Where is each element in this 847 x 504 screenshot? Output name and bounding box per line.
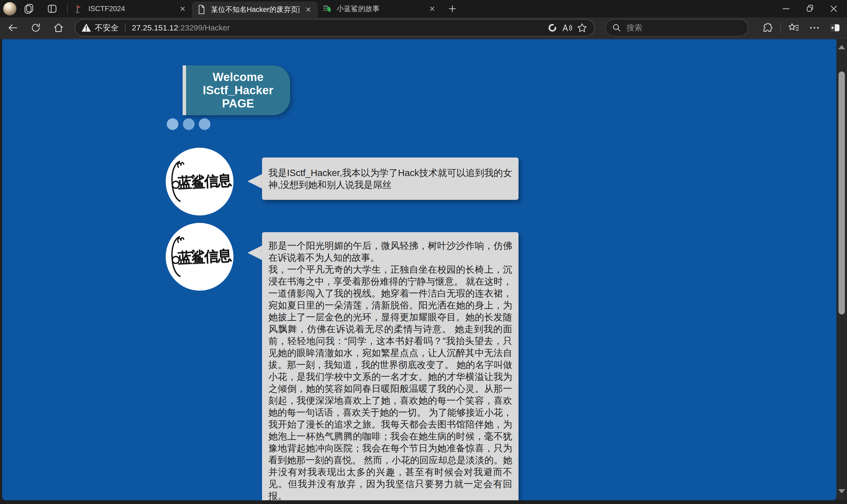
story-paragraph: 我，一个平凡无奇的大学生，正独自坐在校园的长椅上，沉浸在书海之中，享受着那份难得… [268,264,512,500]
close-icon [179,5,186,12]
url-host: 27.25.151.12 [132,23,178,32]
tabstrip-divider [67,4,68,13]
tab-close-button[interactable] [428,4,437,13]
minimize-icon [781,4,791,14]
banner-line: PAGE [222,97,254,110]
search-box[interactable]: 搜索 [605,19,748,37]
sidebar-toggle-icon [829,22,841,34]
decorative-dot [199,118,211,130]
scrollbar-thumb[interactable] [839,71,845,314]
reload-button[interactable] [28,20,43,35]
tab-close-button[interactable] [178,4,187,13]
avatar-logo-text: 蓝鲨信息 [177,170,231,193]
browser-toolbar: 不安全 27.25.151.12 :23299/Hacker 搜索 [0,17,847,39]
workspaces-icon [23,3,34,14]
home-button[interactable] [51,20,66,35]
scroll-up-arrow[interactable] [838,45,845,49]
security-label: 不安全 [95,22,119,33]
toolbar-divider [780,22,781,33]
tab-actions-button[interactable] [44,1,60,16]
tab-label: ISCTF2024 [88,5,174,13]
tab-isctf2024[interactable]: ISCTF2024 [69,0,192,17]
settings-menu-button[interactable] [807,20,822,35]
favorites-list-button[interactable] [786,20,801,35]
close-icon [829,4,839,14]
chat-message-2: 那是一个阳光明媚的午后，微风轻拂，树叶沙沙作响，仿佛在诉说着不为人知的故事。 我… [262,232,519,500]
tab-label: 某位不知名Hacker的废弃页面 [211,5,300,14]
scroll-down-arrow[interactable] [838,489,845,493]
message-text: 我是ISctf_Hacker,我本以为学了Hack技术就可以追到我的女神,没想到… [268,167,512,191]
reload-icon [30,22,41,34]
copilot-button[interactable] [545,20,560,35]
webpage-viewport: Welcome ISctf_Hacker PAGE 蓝鲨信息 我是ISctf_H… [2,39,836,500]
plus-icon [447,4,457,14]
address-bar[interactable]: 不安全 27.25.151.12 :23299/Hacker [75,19,595,37]
puzzle-icon [761,22,773,34]
restore-icon [805,4,815,14]
speech-bubble-tail [248,174,262,189]
copilot-icon [547,22,558,33]
story-paragraph: 那是一个阳光明媚的午后，微风轻拂，树叶沙沙作响，仿佛在诉说着不为人知的故事。 [268,239,512,264]
tab-blue-shark-story[interactable]: 小蓝鲨的故事 [318,0,441,17]
close-window-button[interactable] [826,1,841,16]
tab-close-button[interactable] [304,5,313,14]
decorative-dot [183,118,195,130]
back-button[interactable] [5,20,21,35]
close-icon [429,5,436,12]
banner-line: Welcome [213,70,263,84]
back-icon [7,22,19,34]
favorite-star-button[interactable] [575,20,590,35]
close-icon [305,6,312,13]
workspaces-button[interactable] [21,1,37,16]
blue-shark-avatar: 蓝鲨信息 [166,223,233,291]
flag-icon [74,3,84,14]
avatar-logo-text: 蓝鲨信息 [177,246,231,268]
read-aloud-button[interactable] [560,20,575,35]
new-tab-button[interactable] [445,2,459,16]
browser-titlebar: ISCTF2024 某位不知名Hacker的废弃页面 小蓝鲨的故事 [0,0,847,17]
decorative-dot [167,118,178,130]
browser-content-area: Welcome ISctf_Hacker PAGE 蓝鲨信息 我是ISctf_H… [0,39,847,504]
read-aloud-icon [562,22,573,33]
star-icon [576,22,588,33]
not-secure-warning-icon [81,22,92,33]
banner-text: Welcome ISctf_Hacker PAGE [186,66,290,115]
extensions-button[interactable] [760,20,775,35]
more-dots-icon [809,22,820,34]
url-path: :23299/Hacker [178,23,230,32]
profile-avatar[interactable] [3,2,16,15]
minimize-button[interactable] [779,1,794,16]
urlbar-divider [125,23,125,32]
banner-line: ISctf_Hacker [203,84,273,97]
search-placeholder: 搜索 [627,22,643,33]
browser-window: { "titlebar": { "tabs": [ { "label": "IS… [0,0,847,504]
tab-actions-icon [47,3,58,14]
toolbar-right-group [760,20,843,35]
document-icon [196,4,207,15]
tab-hacker-page[interactable]: 某位不知名Hacker的废弃页面 [192,2,318,17]
vertical-scrollbar[interactable] [836,39,847,500]
window-controls [779,0,841,17]
leaf-icon [322,3,332,14]
favorites-list-icon [788,22,799,34]
search-icon [612,23,622,33]
blue-shark-avatar: 蓝鲨信息 [166,148,233,215]
speech-bubble-tail [248,246,262,260]
home-icon [53,22,64,34]
restore-button[interactable] [803,1,817,16]
banner-accent-bar [183,66,186,115]
welcome-banner: Welcome ISctf_Hacker PAGE [183,66,290,115]
tab-label: 小蓝鲨的故事 [337,4,424,14]
sidebar-toggle-button[interactable] [827,20,843,35]
chat-message-1: 我是ISctf_Hacker,我本以为学了Hack技术就可以追到我的女神,没想到… [262,158,519,200]
